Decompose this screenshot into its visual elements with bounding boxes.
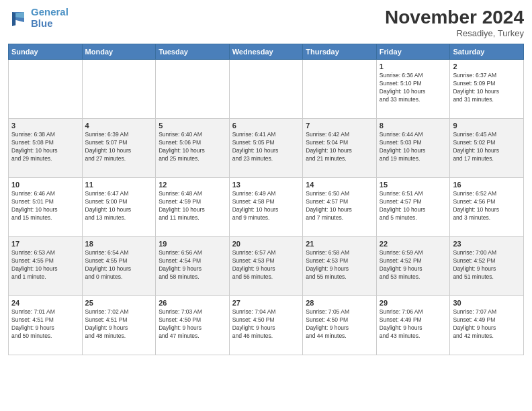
col-header-friday: Friday — [376, 44, 450, 60]
calendar-cell: 4Sunrise: 6:39 AMSunset: 5:07 PMDaylight… — [82, 119, 156, 178]
day-number: 1 — [380, 62, 447, 71]
day-number: 25 — [85, 299, 153, 307]
calendar-cell: 22Sunrise: 6:59 AMSunset: 4:52 PMDayligh… — [376, 237, 450, 296]
day-number: 29 — [380, 299, 447, 307]
title-block: November 2024 Resadiye, Turkey — [385, 7, 524, 38]
calendar-cell: 23Sunrise: 7:00 AMSunset: 4:52 PMDayligh… — [450, 237, 524, 296]
calendar-cell: 27Sunrise: 7:04 AMSunset: 4:50 PMDayligh… — [229, 296, 303, 355]
day-info: Sunrise: 6:57 AMSunset: 4:53 PMDaylight:… — [232, 249, 300, 281]
logo-line2: Blue — [31, 17, 53, 29]
day-info: Sunrise: 7:01 AMSunset: 4:51 PMDaylight:… — [11, 308, 79, 340]
logo-line1: General — [31, 6, 69, 17]
day-number: 17 — [11, 240, 79, 248]
day-info: Sunrise: 7:07 AMSunset: 4:49 PMDaylight:… — [453, 308, 521, 340]
day-info: Sunrise: 6:51 AMSunset: 4:57 PMDaylight:… — [380, 190, 447, 222]
day-number: 21 — [306, 240, 373, 248]
day-number: 18 — [85, 240, 153, 248]
calendar-cell — [156, 60, 230, 119]
day-number: 9 — [453, 122, 521, 130]
day-number: 12 — [159, 181, 226, 189]
day-info: Sunrise: 6:45 AMSunset: 5:02 PMDaylight:… — [453, 131, 521, 163]
day-number: 16 — [453, 181, 521, 189]
calendar-cell: 26Sunrise: 7:03 AMSunset: 4:50 PMDayligh… — [156, 296, 230, 355]
calendar-cell: 25Sunrise: 7:02 AMSunset: 4:51 PMDayligh… — [82, 296, 156, 355]
calendar-cell: 19Sunrise: 6:56 AMSunset: 4:54 PMDayligh… — [156, 237, 230, 296]
day-info: Sunrise: 6:54 AMSunset: 4:55 PMDaylight:… — [85, 249, 153, 281]
col-header-wednesday: Wednesday — [229, 44, 303, 60]
calendar-cell: 17Sunrise: 6:53 AMSunset: 4:55 PMDayligh… — [9, 237, 83, 296]
day-info: Sunrise: 6:53 AMSunset: 4:55 PMDaylight:… — [11, 249, 79, 281]
calendar-cell: 13Sunrise: 6:49 AMSunset: 4:58 PMDayligh… — [229, 178, 303, 237]
calendar-cell: 30Sunrise: 7:07 AMSunset: 4:49 PMDayligh… — [450, 296, 524, 355]
calendar-cell: 2Sunrise: 6:37 AMSunset: 5:09 PMDaylight… — [450, 60, 524, 119]
day-number: 2 — [453, 62, 521, 71]
day-info: Sunrise: 6:50 AMSunset: 4:57 PMDaylight:… — [306, 190, 373, 222]
day-number: 22 — [380, 240, 447, 248]
calendar-cell: 21Sunrise: 6:58 AMSunset: 4:53 PMDayligh… — [303, 237, 377, 296]
day-number: 11 — [85, 181, 153, 189]
calendar-cell: 11Sunrise: 6:47 AMSunset: 5:00 PMDayligh… — [82, 178, 156, 237]
svg-marker-1 — [12, 12, 15, 26]
week-row-5: 24Sunrise: 7:01 AMSunset: 4:51 PMDayligh… — [9, 296, 524, 355]
calendar-cell — [9, 60, 83, 119]
day-number: 7 — [306, 122, 373, 130]
calendar-cell: 7Sunrise: 6:42 AMSunset: 5:04 PMDaylight… — [303, 119, 377, 178]
location-subtitle: Resadiye, Turkey — [385, 28, 524, 38]
col-header-monday: Monday — [82, 44, 156, 60]
calendar-cell: 29Sunrise: 7:06 AMSunset: 4:49 PMDayligh… — [376, 296, 450, 355]
calendar-cell: 18Sunrise: 6:54 AMSunset: 4:55 PMDayligh… — [82, 237, 156, 296]
day-number: 5 — [159, 122, 226, 130]
header-row: SundayMondayTuesdayWednesdayThursdayFrid… — [9, 44, 524, 60]
calendar-cell: 3Sunrise: 6:38 AMSunset: 5:08 PMDaylight… — [9, 119, 83, 178]
day-info: Sunrise: 6:52 AMSunset: 4:56 PMDaylight:… — [453, 190, 521, 222]
day-number: 28 — [306, 299, 373, 307]
calendar-cell: 12Sunrise: 6:48 AMSunset: 4:59 PMDayligh… — [156, 178, 230, 237]
col-header-sunday: Sunday — [9, 44, 83, 60]
day-info: Sunrise: 7:06 AMSunset: 4:49 PMDaylight:… — [380, 308, 447, 340]
day-number: 27 — [232, 299, 300, 307]
calendar-cell: 24Sunrise: 7:01 AMSunset: 4:51 PMDayligh… — [9, 296, 83, 355]
day-info: Sunrise: 7:03 AMSunset: 4:50 PMDaylight:… — [159, 308, 226, 340]
week-row-3: 10Sunrise: 6:46 AMSunset: 5:01 PMDayligh… — [9, 178, 524, 237]
week-row-4: 17Sunrise: 6:53 AMSunset: 4:55 PMDayligh… — [9, 237, 524, 296]
calendar-cell: 8Sunrise: 6:44 AMSunset: 5:03 PMDaylight… — [376, 119, 450, 178]
day-info: Sunrise: 6:40 AMSunset: 5:06 PMDaylight:… — [159, 131, 226, 163]
calendar-cell: 20Sunrise: 6:57 AMSunset: 4:53 PMDayligh… — [229, 237, 303, 296]
header: General Blue November 2024 Resadiye, Tur… — [8, 7, 524, 38]
day-number: 14 — [306, 181, 373, 189]
svg-marker-2 — [15, 12, 24, 18]
day-number: 13 — [232, 181, 300, 189]
col-header-thursday: Thursday — [303, 44, 377, 60]
calendar-cell — [82, 60, 156, 119]
page: General Blue November 2024 Resadiye, Tur… — [0, 0, 532, 411]
day-info: Sunrise: 6:47 AMSunset: 5:00 PMDaylight:… — [85, 190, 153, 222]
calendar-cell: 14Sunrise: 6:50 AMSunset: 4:57 PMDayligh… — [303, 178, 377, 237]
col-header-tuesday: Tuesday — [156, 44, 230, 60]
day-info: Sunrise: 6:44 AMSunset: 5:03 PMDaylight:… — [380, 131, 447, 163]
day-info: Sunrise: 6:38 AMSunset: 5:08 PMDaylight:… — [11, 131, 79, 163]
day-info: Sunrise: 6:59 AMSunset: 4:52 PMDaylight:… — [380, 249, 447, 281]
day-number: 19 — [159, 240, 226, 248]
week-row-2: 3Sunrise: 6:38 AMSunset: 5:08 PMDaylight… — [9, 119, 524, 178]
day-info: Sunrise: 6:36 AMSunset: 5:10 PMDaylight:… — [380, 72, 447, 104]
calendar-cell: 6Sunrise: 6:41 AMSunset: 5:05 PMDaylight… — [229, 119, 303, 178]
calendar-cell — [303, 60, 377, 119]
day-number: 3 — [11, 122, 79, 130]
day-number: 6 — [232, 122, 300, 130]
logo-icon — [8, 8, 28, 28]
week-row-1: 1Sunrise: 6:36 AMSunset: 5:10 PMDaylight… — [9, 60, 524, 119]
calendar-cell: 10Sunrise: 6:46 AMSunset: 5:01 PMDayligh… — [9, 178, 83, 237]
day-info: Sunrise: 6:48 AMSunset: 4:59 PMDaylight:… — [159, 190, 226, 222]
day-info: Sunrise: 7:02 AMSunset: 4:51 PMDaylight:… — [85, 308, 153, 340]
day-number: 30 — [453, 299, 521, 307]
logo-text: General Blue — [31, 7, 69, 29]
day-number: 26 — [159, 299, 226, 307]
logo: General Blue — [8, 7, 69, 29]
calendar-cell: 1Sunrise: 6:36 AMSunset: 5:10 PMDaylight… — [376, 60, 450, 119]
calendar-cell — [229, 60, 303, 119]
day-number: 15 — [380, 181, 447, 189]
calendar-cell: 15Sunrise: 6:51 AMSunset: 4:57 PMDayligh… — [376, 178, 450, 237]
calendar-cell: 28Sunrise: 7:05 AMSunset: 4:50 PMDayligh… — [303, 296, 377, 355]
day-number: 20 — [232, 240, 300, 248]
month-title: November 2024 — [385, 7, 524, 28]
